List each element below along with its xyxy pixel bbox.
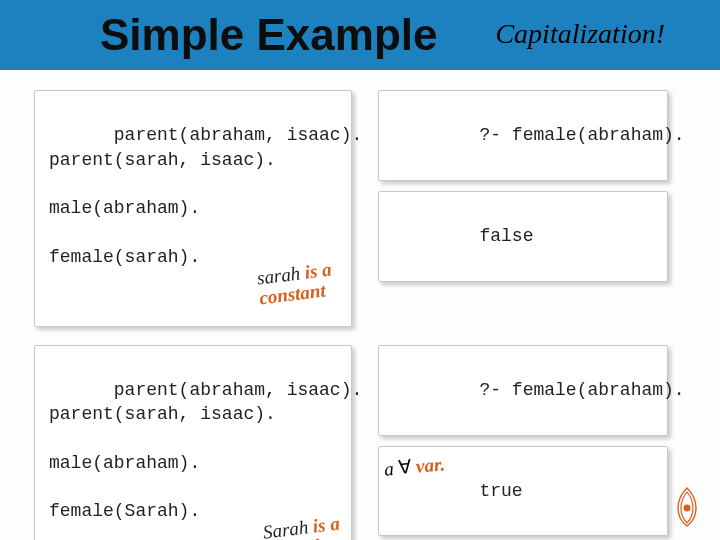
code-text: ?- female(abraham).	[479, 125, 684, 145]
slide-content: parent(abraham, isaac). parent(sarah, is…	[0, 70, 720, 540]
logo-icon	[672, 486, 702, 528]
query-column-top: ?- female(abraham). false	[378, 90, 686, 282]
code-text: parent(abraham, isaac). parent(sarah, is…	[49, 125, 362, 266]
annotation-forall-var: a ∀ var.	[383, 452, 446, 480]
title-annotation: Capitalization!	[495, 18, 665, 50]
annotation-highlight: var.	[410, 453, 445, 477]
slide-title: Simple Example	[100, 10, 437, 60]
code-text: false	[479, 226, 533, 246]
query-column-bottom: ?- female(abraham). true a ∀ var.	[378, 345, 686, 537]
annotation-highlight: is a	[303, 258, 332, 282]
code-box-query-bottom: ?- female(abraham).	[378, 345, 668, 436]
annotation-variable: Sarah is a variable	[262, 514, 343, 540]
code-box-facts-bottom: parent(abraham, isaac). parent(sarah, is…	[34, 345, 352, 540]
example-row-top: parent(abraham, isaac). parent(sarah, is…	[34, 90, 686, 327]
title-bar: Simple Example Capitalization!	[0, 0, 720, 70]
code-text: true	[479, 481, 522, 501]
code-box-facts-top: parent(abraham, isaac). parent(sarah, is…	[34, 90, 352, 327]
code-text: ?- female(abraham).	[479, 380, 684, 400]
annotation-constant: sarah is a constant	[256, 259, 335, 308]
code-box-query-top: ?- female(abraham).	[378, 90, 668, 181]
code-text: parent(abraham, isaac). parent(sarah, is…	[49, 380, 362, 521]
example-row-bottom: parent(abraham, isaac). parent(sarah, is…	[34, 345, 686, 540]
code-box-result-top: false	[378, 191, 668, 282]
svg-point-0	[684, 505, 691, 512]
